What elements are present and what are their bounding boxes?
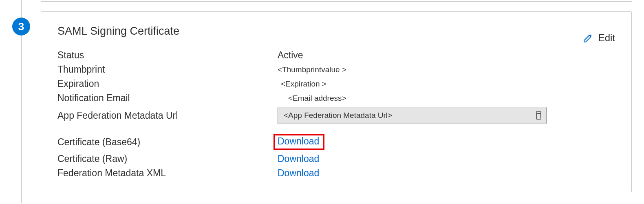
edit-button[interactable]: Edit xyxy=(583,32,615,44)
pencil-icon xyxy=(583,33,593,43)
step-number-badge: 3 xyxy=(12,18,30,35)
fed-xml-download-wrapper: Download xyxy=(278,168,615,179)
cert-base64-label: Certificate (Base64) xyxy=(57,137,278,148)
metadata-url-label: App Federation Metadata Url xyxy=(57,110,278,121)
copy-icon[interactable] xyxy=(534,111,542,120)
thumbprint-label: Thumbprint xyxy=(57,64,278,75)
status-label: Status xyxy=(57,50,278,61)
fed-xml-label: Federation Metadata XML xyxy=(57,168,278,179)
notification-email-value: <Email address> xyxy=(278,94,615,103)
thumbprint-value: <Thumbprintvalue > xyxy=(278,65,615,74)
step-number: 3 xyxy=(18,20,24,33)
cert-base64-download-wrapper: Download xyxy=(278,134,615,150)
expiration-value: <Expiration > xyxy=(278,80,615,89)
metadata-url-field-wrapper: <App Federation Metadata Url> xyxy=(278,107,615,124)
svg-rect-0 xyxy=(536,113,541,119)
card-title: SAML Signing Certificate xyxy=(57,25,179,38)
cert-base64-download-link[interactable]: Download xyxy=(273,134,324,150)
saml-certificate-card: SAML Signing Certificate Edit Status Act… xyxy=(41,11,632,192)
card-header: SAML Signing Certificate Edit xyxy=(57,25,615,50)
edit-label: Edit xyxy=(598,32,615,44)
fed-xml-download-link[interactable]: Download xyxy=(278,168,319,178)
metadata-url-value: <App Federation Metadata Url> xyxy=(284,111,534,120)
spacer xyxy=(57,127,615,131)
top-border xyxy=(41,1,632,2)
expiration-label: Expiration xyxy=(57,78,278,89)
status-value: Active xyxy=(278,50,615,61)
notification-email-label: Notification Email xyxy=(57,93,278,104)
cert-raw-download-wrapper: Download xyxy=(278,153,615,164)
metadata-url-field: <App Federation Metadata Url> xyxy=(278,107,547,124)
cert-raw-download-link[interactable]: Download xyxy=(278,153,319,164)
certificate-fields: Status Active Thumbprint <Thumbprintvalu… xyxy=(57,50,615,179)
cert-raw-label: Certificate (Raw) xyxy=(57,153,278,164)
